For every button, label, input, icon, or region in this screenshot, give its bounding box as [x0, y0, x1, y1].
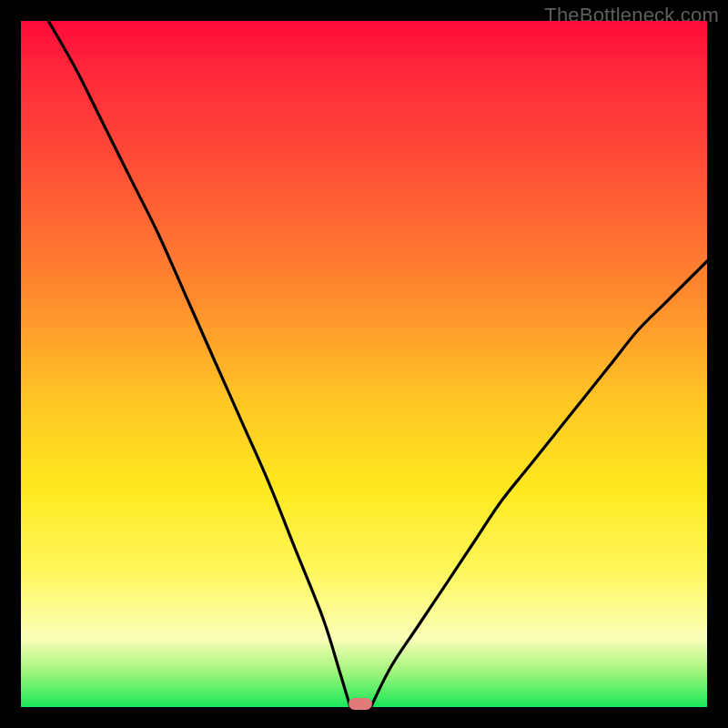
curve-right-path	[371, 261, 708, 707]
curve-left-path	[48, 21, 350, 707]
optimal-marker	[349, 698, 372, 710]
bottleneck-curve	[21, 21, 707, 707]
chart-frame: TheBottleneck.com	[0, 0, 728, 728]
plot-area	[21, 21, 707, 707]
